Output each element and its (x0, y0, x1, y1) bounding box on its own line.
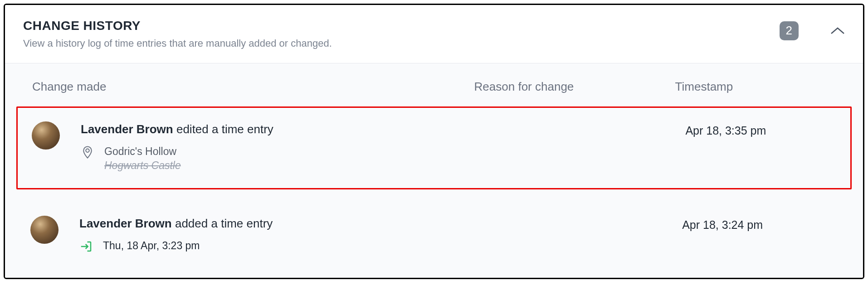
detail-text: Godric's Hollow Hogwarts Castle (104, 145, 181, 173)
detail-previous: Hogwarts Castle (104, 159, 181, 173)
panel-header[interactable]: CHANGE HISTORY View a history log of tim… (5, 5, 863, 63)
chevron-up-icon[interactable] (830, 27, 845, 35)
history-entry[interactable]: Lavender Brown edited a time entry Godri… (16, 106, 852, 189)
entry-detail: Thu, 18 Apr, 3:23 pm (79, 239, 273, 253)
detail-single: Thu, 18 Apr, 3:23 pm (103, 239, 200, 253)
detail-text: Thu, 18 Apr, 3:23 pm (103, 239, 200, 253)
panel-body: Change made Reason for change Timestamp … (5, 63, 863, 278)
header-text: CHANGE HISTORY View a history log of tim… (23, 19, 780, 49)
entry-text: Lavender Brown edited a time entry Godri… (81, 121, 273, 173)
entry-title: Lavender Brown added a time entry (79, 217, 273, 231)
entry-detail: Godric's Hollow Hogwarts Castle (81, 145, 273, 173)
reason-cell (475, 216, 682, 253)
entry-title: Lavender Brown edited a time entry (81, 122, 273, 136)
header-right: 2 (780, 19, 845, 40)
clock-in-icon (79, 240, 93, 253)
timestamp-cell: Apr 18, 3:24 pm (682, 216, 848, 253)
location-icon (81, 145, 94, 159)
reason-cell (475, 121, 682, 173)
entry-action: added a time entry (175, 217, 273, 230)
avatar (32, 121, 60, 150)
change-history-panel: CHANGE HISTORY View a history log of tim… (4, 4, 864, 279)
change-cell: Lavender Brown edited a time entry Godri… (22, 121, 475, 173)
entry-user: Lavender Brown (79, 217, 172, 230)
entry-user: Lavender Brown (81, 122, 173, 136)
count-badge: 2 (780, 21, 799, 40)
panel-subtitle: View a history log of time entries that … (23, 38, 780, 49)
panel-title: CHANGE HISTORY (23, 19, 780, 33)
columns-row: Change made Reason for change Timestamp (5, 63, 863, 106)
avatar (30, 216, 59, 244)
detail-current: Godric's Hollow (104, 145, 181, 159)
history-entry[interactable]: Lavender Brown added a time entry Thu, 1… (5, 202, 863, 269)
svg-point-0 (86, 149, 89, 153)
column-header-timestamp: Timestamp (675, 80, 836, 94)
entry-text: Lavender Brown added a time entry Thu, 1… (79, 216, 273, 253)
entry-action: edited a time entry (176, 122, 273, 136)
column-header-reason: Reason for change (474, 80, 675, 94)
column-header-change: Change made (32, 80, 474, 94)
change-cell: Lavender Brown added a time entry Thu, 1… (20, 216, 475, 253)
timestamp-cell: Apr 18, 3:35 pm (681, 121, 846, 173)
